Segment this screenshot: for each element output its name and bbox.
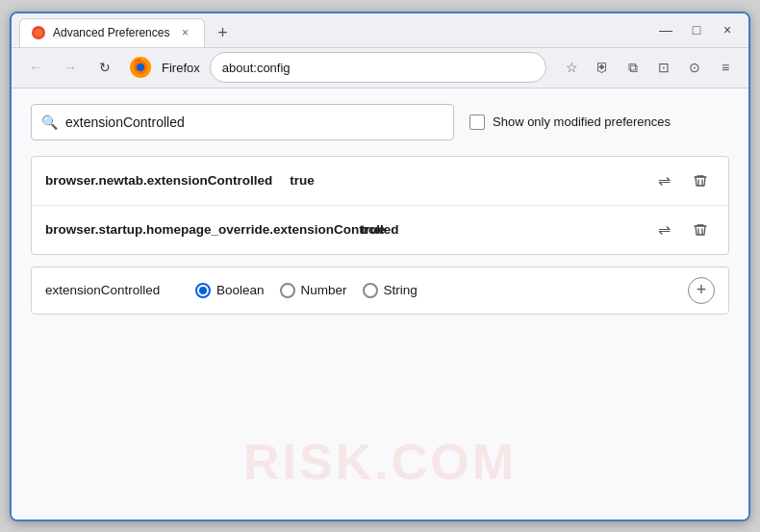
reload-button[interactable]: ↻ bbox=[90, 53, 119, 82]
search-row: 🔍 Show only modified preferences bbox=[31, 104, 729, 140]
account-icon[interactable]: ⊙ bbox=[681, 54, 708, 81]
tab-title: Advanced Preferences bbox=[53, 26, 169, 39]
row-actions-2: ⇌ bbox=[649, 215, 715, 244]
show-modified-label: Show only modified preferences bbox=[493, 114, 671, 129]
radio-number[interactable]: Number bbox=[280, 283, 347, 298]
result-value-1: true bbox=[290, 173, 315, 188]
tab-favicon bbox=[32, 26, 45, 39]
delete-button-1[interactable] bbox=[686, 166, 715, 195]
toggle-button-2[interactable]: ⇌ bbox=[649, 215, 678, 244]
results-table: browser.newtab.extensionControlled true … bbox=[31, 156, 729, 255]
radio-boolean[interactable]: Boolean bbox=[195, 283, 265, 298]
tab-close-button[interactable]: × bbox=[177, 25, 192, 40]
radio-boolean-label: Boolean bbox=[216, 283, 265, 297]
address-bar[interactable]: about:config bbox=[210, 52, 546, 83]
extension-icon[interactable]: ⧉ bbox=[620, 54, 646, 81]
toggle-button-1[interactable]: ⇌ bbox=[649, 166, 678, 195]
new-tab-button[interactable]: + bbox=[209, 20, 236, 47]
add-preference-button[interactable]: + bbox=[688, 277, 715, 304]
row-actions-1: ⇌ bbox=[649, 166, 715, 195]
svg-point-2 bbox=[137, 63, 144, 71]
maximize-button[interactable]: □ bbox=[683, 16, 710, 43]
radio-circle-boolean bbox=[195, 283, 211, 298]
delete-button-2[interactable] bbox=[686, 215, 715, 244]
close-window-button[interactable]: × bbox=[714, 16, 741, 43]
radio-string[interactable]: String bbox=[363, 283, 418, 298]
tab-area: Advanced Preferences × + bbox=[19, 13, 645, 47]
forward-button[interactable]: → bbox=[56, 53, 85, 82]
search-input-wrap: 🔍 bbox=[31, 104, 454, 140]
result-name-1: browser.newtab.extensionControlled bbox=[45, 173, 272, 188]
table-row: browser.newtab.extensionControlled true … bbox=[32, 157, 728, 206]
content-area: RISK.COM 🔍 Show only modified preference… bbox=[12, 89, 748, 519]
show-modified-wrap[interactable]: Show only modified preferences bbox=[469, 114, 671, 130]
browser-window: Advanced Preferences × + — □ × ← → ↻ Fir… bbox=[10, 12, 750, 521]
pocket-icon[interactable]: ⊡ bbox=[650, 54, 677, 81]
type-radio-group: Boolean Number String bbox=[195, 283, 665, 298]
firefox-logo bbox=[129, 56, 152, 79]
new-pref-name: extensionControlled bbox=[45, 283, 180, 297]
back-button[interactable]: ← bbox=[21, 53, 50, 82]
browser-name: Firefox bbox=[162, 61, 200, 75]
title-bar: Advanced Preferences × + — □ × bbox=[12, 13, 748, 48]
menu-icon[interactable]: ≡ bbox=[712, 54, 739, 81]
radio-number-label: Number bbox=[301, 283, 347, 297]
result-value-2: true bbox=[361, 222, 386, 237]
table-row: browser.startup.homepage_override.extens… bbox=[32, 206, 728, 254]
address-text: about:config bbox=[222, 61, 534, 75]
radio-circle-number bbox=[280, 283, 295, 298]
radio-circle-string bbox=[363, 283, 378, 298]
navigation-bar: ← → ↻ Firefox about:config ☆ ⛨ ⧉ ⊡ ⊙ ≡ bbox=[12, 48, 748, 89]
add-preference-row: extensionControlled Boolean Number Strin… bbox=[31, 266, 729, 315]
show-modified-checkbox[interactable] bbox=[469, 114, 485, 130]
bookmark-icon[interactable]: ☆ bbox=[558, 54, 585, 81]
watermark: RISK.COM bbox=[243, 433, 517, 491]
result-name-2: browser.startup.homepage_override.extens… bbox=[45, 222, 343, 237]
search-input[interactable] bbox=[65, 114, 443, 130]
radio-string-label: String bbox=[384, 283, 418, 297]
minimize-button[interactable]: — bbox=[652, 16, 679, 43]
window-controls: — □ × bbox=[652, 16, 741, 43]
shield-icon[interactable]: ⛨ bbox=[589, 54, 616, 81]
toolbar-icons: ☆ ⛨ ⧉ ⊡ ⊙ ≡ bbox=[558, 54, 739, 81]
search-icon: 🔍 bbox=[41, 114, 58, 130]
active-tab[interactable]: Advanced Preferences × bbox=[19, 18, 205, 47]
